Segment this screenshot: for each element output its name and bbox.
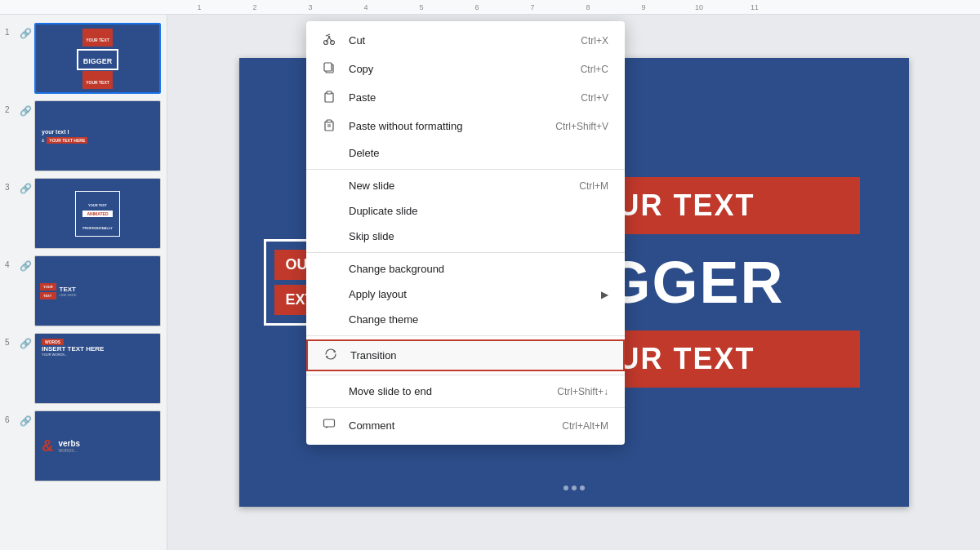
s6-main: verbs [58, 439, 80, 448]
s1-top-box: YOUR TEXT [82, 29, 113, 47]
slide-thumbnail-5[interactable]: WORDS INSERT TEXT HERE YOUR WORDS... [34, 333, 161, 404]
menu-item-delete[interactable]: Delete [306, 140, 625, 166]
slide-thumbnail-6[interactable]: & verbs WORDS... [34, 410, 161, 481]
slide-item-5[interactable]: 5 🔗 WORDS INSERT TEXT HERE YOUR WORDS... [0, 330, 167, 407]
menu-duplicate-label: Duplicate slide [349, 205, 592, 217]
menu-item-apply-layout[interactable]: Apply layout ▶ [306, 282, 625, 307]
menu-item-paste-format[interactable]: Paste without formatting Ctrl+Shift+V [306, 112, 625, 140]
s4-text-box: TEXT [40, 292, 56, 299]
menu-item-transition[interactable]: Transition [306, 339, 625, 371]
menu-skip-label: Skip slide [349, 230, 592, 242]
menu-paste-format-shortcut: Ctrl+Shift+V [555, 121, 608, 132]
svg-rect-6 [324, 63, 332, 71]
ruler: 1 2 3 4 5 6 7 8 9 10 11 [0, 0, 980, 15]
menu-item-copy[interactable]: Copy Ctrl+C [306, 55, 625, 83]
menu-comment-shortcut: Ctrl+Alt+M [562, 420, 608, 432]
svg-line-4 [326, 34, 330, 36]
menu-change-bg-label: Change background [349, 263, 592, 275]
slide-number-3: 3 [5, 178, 20, 192]
menu-item-change-bg[interactable]: Change background [306, 256, 625, 282]
s1-bottom-text: YOUR TEXT [86, 80, 109, 85]
svg-rect-8 [327, 91, 332, 94]
s5-sub: YOUR WORDS... [42, 353, 67, 357]
slide-number-6: 6 [5, 410, 20, 424]
s6-amp: & [42, 437, 53, 455]
slide-link-icon-6: 🔗 [20, 410, 34, 427]
s6-sub: WORDS... [58, 448, 80, 453]
slide-number-2: 2 [5, 100, 20, 114]
slides-panel: 1 🔗 YOUR TEXT BIGGER YOUR TEXT 2 🔗 [0, 15, 167, 550]
slide-item-6[interactable]: 6 🔗 & verbs WORDS... [0, 407, 167, 485]
s4-main-text: TEXT [60, 286, 77, 293]
svg-rect-15 [324, 419, 335, 427]
slide-link-icon-4: 🔗 [20, 255, 34, 272]
s2-amp: & [42, 138, 44, 143]
menu-item-skip[interactable]: Skip slide [306, 224, 625, 249]
paste-icon [323, 90, 339, 105]
slide-number-1: 1 [5, 23, 20, 37]
svg-rect-10 [327, 120, 332, 122]
dot-1 [564, 486, 568, 490]
menu-copy-label: Copy [349, 63, 564, 75]
slide-link-icon-3: 🔗 [20, 178, 34, 194]
slide-thumbnail-4[interactable]: YOUR TEXT TEXT LINK HERE [34, 255, 161, 326]
menu-new-slide-label: New slide [349, 180, 563, 192]
menu-item-duplicate[interactable]: Duplicate slide [306, 198, 625, 224]
menu-item-change-theme[interactable]: Change theme [306, 307, 625, 332]
slide-item-4[interactable]: 4 🔗 YOUR TEXT TEXT LINK HERE [0, 252, 167, 330]
s5-main: INSERT TEXT HERE [42, 345, 104, 353]
slide-link-icon-2: 🔗 [20, 100, 34, 117]
s2-main-text: your text l [42, 129, 69, 135]
canvas-area: OUR EXT YOUR TEXT BIGGER [167, 15, 980, 550]
dot-2 [572, 486, 577, 490]
menu-change-theme-label: Change theme [349, 313, 592, 326]
ruler-mark: 9 [616, 3, 671, 11]
menu-divider-5 [306, 407, 625, 408]
svg-rect-7 [325, 93, 333, 102]
link-icon: 🔗 [20, 260, 32, 272]
slide-item-1[interactable]: 1 🔗 YOUR TEXT BIGGER YOUR TEXT [0, 20, 167, 97]
apply-layout-arrow: ▶ [601, 289, 608, 300]
ruler-mark: 6 [449, 3, 505, 11]
menu-item-paste[interactable]: Paste Ctrl+V [306, 83, 625, 112]
menu-cut-label: Cut [349, 34, 564, 47]
link-icon: 🔗 [20, 28, 32, 39]
slide-thumbnail-3[interactable]: YOUR TEXT ANIMATED PROFESSIONALLY [34, 178, 161, 249]
slide-item-2[interactable]: 2 🔗 your text l & YOUR TEXT HERE [0, 97, 167, 175]
s3-mid-text: ANIMATED [82, 211, 112, 217]
slide-item-3[interactable]: 3 🔗 YOUR TEXT ANIMATED PROFESSIONALLY [0, 175, 167, 252]
ruler-mark: 4 [338, 3, 394, 11]
s1-bigger-text: BIGGER [83, 57, 113, 65]
s3-top-text: YOUR TEXT [88, 203, 107, 207]
ruler-mark: 10 [671, 3, 727, 11]
s6-right: verbs WORDS... [58, 439, 80, 453]
menu-paste-shortcut: Ctrl+V [581, 92, 608, 104]
menu-paste-format-label: Paste without formatting [349, 120, 539, 132]
ruler-mark: 5 [394, 3, 449, 11]
menu-divider-2 [306, 252, 625, 253]
ruler-mark: 1 [172, 3, 227, 11]
link-icon: 🔗 [20, 338, 32, 349]
menu-cut-shortcut: Ctrl+X [581, 35, 608, 47]
menu-transition-label: Transition [350, 349, 590, 361]
s1-top-text: YOUR TEXT [86, 38, 109, 42]
ruler-mark: 2 [227, 3, 283, 11]
ruler-mark: 8 [560, 3, 616, 11]
menu-item-move-end[interactable]: Move slide to end Ctrl+Shift+↓ [306, 379, 625, 404]
slide-link-icon-1: 🔗 [20, 23, 34, 39]
slide-thumbnail-2[interactable]: your text l & YOUR TEXT HERE [34, 100, 161, 171]
slide-link-icon-5: 🔗 [20, 333, 34, 349]
menu-move-end-label: Move slide to end [349, 385, 541, 397]
ruler-mark: 11 [727, 3, 782, 11]
ruler-mark: 3 [283, 3, 338, 11]
menu-move-end-shortcut: Ctrl+Shift+↓ [557, 386, 608, 397]
s4-sub-text: LINK HERE [60, 293, 77, 297]
menu-item-cut[interactable]: Cut Ctrl+X [306, 26, 625, 55]
menu-comment-label: Comment [349, 419, 546, 432]
menu-item-new-slide[interactable]: New slide Ctrl+M [306, 173, 625, 198]
s1-frame: BIGGER [77, 49, 119, 70]
slide-thumbnail-1[interactable]: YOUR TEXT BIGGER YOUR TEXT [34, 23, 161, 94]
comment-icon [323, 418, 339, 433]
menu-item-comment[interactable]: Comment Ctrl+Alt+M [306, 411, 625, 440]
copy-icon [323, 61, 339, 77]
